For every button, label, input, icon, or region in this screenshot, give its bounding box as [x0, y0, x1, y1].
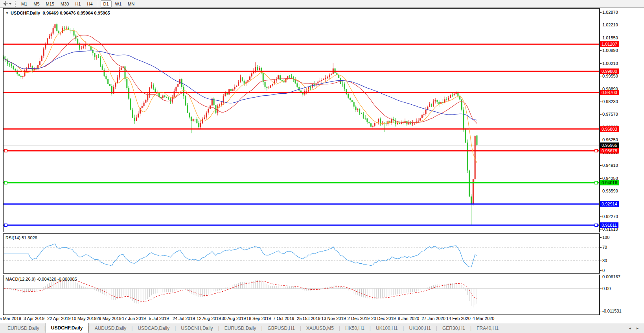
- chart-window: ▼USDCHF,Daily 0.96469 0.96476 0.95904 0.…: [0, 8, 644, 323]
- rsi-value: 51.3026: [22, 235, 37, 240]
- chart-tab-ger30-h1[interactable]: GER30,H1: [437, 323, 470, 333]
- horizontal-line-0.95678[interactable]: [4, 149, 599, 152]
- chevron-down-icon: [9, 3, 11, 5]
- horizontal-line-0.94016[interactable]: [4, 181, 599, 184]
- timeframe-button-m5[interactable]: M5: [31, 0, 42, 7]
- candlestick-series: [4, 23, 478, 225]
- horizontal-line-0.91811[interactable]: [4, 224, 599, 227]
- toolbar-grip[interactable]: [15, 1, 16, 7]
- chart-symbol-label: USDCHF,Daily: [11, 11, 40, 15]
- price-marker-0.99800: 0.99800: [600, 68, 619, 74]
- date-axis: 15 Mar 20193 Apr 201922 Apr 201910 May 2…: [0, 315, 600, 322]
- price-marker-0.91811: 0.91811: [600, 222, 618, 228]
- macd-histogram: [4, 279, 477, 307]
- line-handle[interactable]: [595, 181, 598, 184]
- line-handle[interactable]: [4, 149, 7, 152]
- chart-tab-fra40-h1[interactable]: FRA40,H1: [471, 323, 504, 333]
- price-scale-tick: 0.94910: [602, 163, 618, 168]
- timeframe-buttons: M1M5M15M30H1H4D1W1MN: [18, 0, 138, 7]
- chart-tab-xauusd-m5[interactable]: XAUUSD,M5: [301, 323, 339, 333]
- rsi-name: RSI(14): [6, 235, 20, 240]
- timeframe-button-h1[interactable]: H1: [72, 0, 83, 7]
- price-scale-tick: 0.99550: [602, 73, 618, 79]
- main-pane-border: [4, 9, 600, 232]
- date-label: 17 Jun 2019: [122, 316, 146, 321]
- rsi-scale-tick: 30: [602, 258, 607, 263]
- price-chart-pane[interactable]: [3, 8, 600, 232]
- date-label: 14 Feb 2020: [446, 316, 471, 321]
- price-scale-tick: 0.98230: [602, 99, 618, 104]
- price-scale-tick: 0.93590: [602, 188, 618, 194]
- macd-pane-border: [4, 275, 600, 315]
- rsi-indicator-pane[interactable]: [3, 233, 600, 274]
- timeframe-button-m30[interactable]: M30: [58, 0, 72, 7]
- timeframe-button-h4[interactable]: H4: [84, 0, 95, 7]
- timeframe-button-w1[interactable]: W1: [112, 0, 125, 7]
- line-handle[interactable]: [4, 181, 7, 184]
- price-marker-0.95678: 0.95678: [600, 148, 619, 154]
- price-marker-0.98703: 0.98703: [600, 90, 619, 95]
- date-label: 29 May 2019: [96, 316, 121, 321]
- price-scale-tick: 1.00210: [602, 61, 618, 66]
- crosshair-icon: [3, 1, 8, 6]
- chart-tab-usdchf-daily[interactable]: USDCHF,Daily: [46, 323, 88, 333]
- price-marker-0.95965: 0.95965: [600, 142, 619, 148]
- chart-tab-usdcad-daily[interactable]: USDCAD,Daily: [132, 323, 175, 333]
- toolbar-separator: [98, 1, 98, 7]
- date-label: 27 Jan 2020: [421, 316, 445, 321]
- line-handle[interactable]: [4, 224, 7, 227]
- metatrader-window: M1M5M15M30H1H4D1W1MN ▼USDCHF,Daily 0.964…: [0, 0, 644, 333]
- chart-tab-eurusd-daily[interactable]: EURUSD,Daily: [219, 323, 261, 333]
- chart-ohlc-values: 0.96469 0.96476 0.95904 0.95965: [43, 11, 110, 15]
- tab-scroll-left-icon[interactable]: ◂: [629, 326, 631, 330]
- chart-title: ▼USDCHF,Daily 0.96469 0.96476 0.95904 0.…: [6, 11, 110, 15]
- price-marker-0.94016: 0.94016: [600, 180, 619, 185]
- line-handle[interactable]: [595, 149, 598, 152]
- chart-tab-hk50-h1[interactable]: HK50,H1: [340, 323, 370, 333]
- date-label: 4 Mar 2020: [473, 316, 495, 321]
- rsi-label: RSI(14) 51.3026: [6, 235, 37, 240]
- date-label: 12 Aug 2019: [197, 316, 221, 321]
- date-label: 5 Jul 2019: [149, 316, 169, 321]
- price-marker-0.96803: 0.96803: [600, 126, 619, 132]
- chart-tab-gbpusd-h1[interactable]: GBPUSD,H1: [263, 323, 300, 333]
- chart-tab-usdcnh-daily[interactable]: USDCNH,Daily: [176, 323, 218, 333]
- rsi-scale-tick: 70: [602, 244, 607, 250]
- date-label: 24 Jul 2019: [173, 316, 195, 321]
- price-scale-tick: 1.02210: [602, 22, 618, 28]
- timeframe-button-mn[interactable]: MN: [125, 0, 137, 7]
- macd-name: MACD(12,26,9): [6, 277, 35, 281]
- date-label: 20 Dec 2019: [371, 316, 396, 321]
- timeframe-button-m1[interactable]: M1: [18, 0, 30, 7]
- ma-55-line: [4, 51, 477, 120]
- date-label: 8 Jan 2020: [398, 316, 419, 321]
- timeframe-button-d1[interactable]: D1: [101, 0, 112, 7]
- line-handle[interactable]: [595, 224, 598, 227]
- price-scale-tick: 1.01550: [602, 35, 618, 41]
- timeframe-button-m15[interactable]: M15: [43, 0, 57, 7]
- macd-scale-tick: 0.00: [602, 286, 611, 291]
- macd-scale-tick: 0.006167: [602, 274, 620, 279]
- chart-tab-audusd-daily[interactable]: AUDUSD,Daily: [90, 323, 132, 333]
- price-scale-tick: 0.97570: [602, 111, 618, 117]
- ma-8-line: [4, 29, 477, 163]
- chart-tab-uk100-h1[interactable]: UK100,H1: [371, 323, 403, 333]
- date-label: 22 Apr 2019: [47, 316, 70, 321]
- rsi-scale-tick: 100: [602, 235, 609, 240]
- date-label: 15 Mar 2019: [0, 316, 21, 321]
- rsi-scale-tick: 0: [602, 268, 605, 273]
- macd-scale-tick: -0.011531: [602, 308, 622, 314]
- chart-tab-uk100-h1[interactable]: UK100,H1: [404, 323, 436, 333]
- date-label: 2 Dec 2019: [348, 316, 370, 321]
- date-label: 10 May 2019: [72, 316, 97, 321]
- tab-scroll-right-icon[interactable]: ▸: [637, 326, 638, 330]
- price-scale-tick: 1.02870: [602, 9, 618, 15]
- price-marker-1.01207: 1.01207: [600, 41, 619, 47]
- chart-tab-eurusd-daily[interactable]: EURUSD,Daily: [2, 323, 44, 333]
- macd-indicator-pane[interactable]: [3, 275, 600, 315]
- date-label: 13 Nov 2019: [321, 316, 346, 321]
- macd-label: MACD(12,26,9) -0.004320 -0.008085: [6, 277, 77, 281]
- crosshair-tool-button[interactable]: [0, 0, 14, 7]
- chart-menu-arrow-icon[interactable]: ▼: [6, 11, 9, 15]
- tab-scroll-buttons: ◂▸: [624, 323, 644, 333]
